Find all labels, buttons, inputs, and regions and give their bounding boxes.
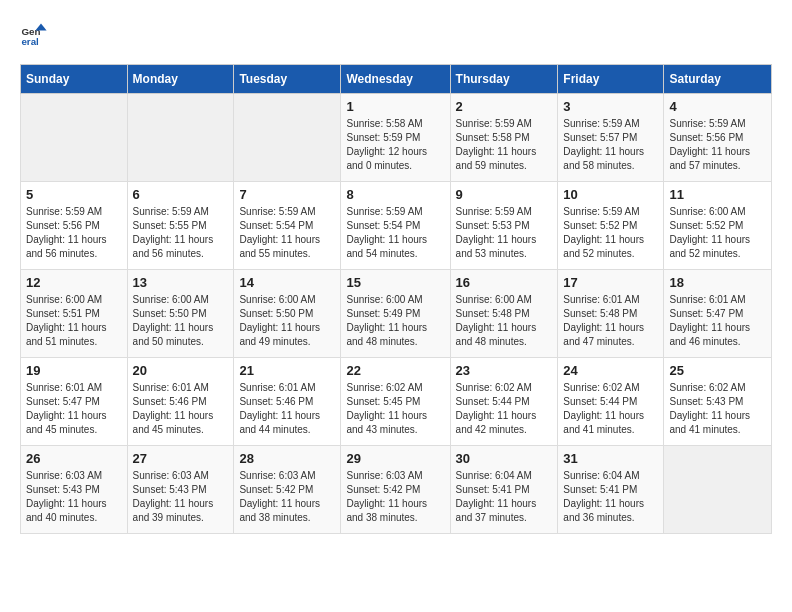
day-number: 19 [26,363,122,378]
day-info: Sunrise: 6:02 AM Sunset: 5:44 PM Dayligh… [563,381,658,437]
weekday-header-tuesday: Tuesday [234,65,341,94]
logo: Gen eral [20,20,52,48]
week-row-3: 12Sunrise: 6:00 AM Sunset: 5:51 PM Dayli… [21,270,772,358]
day-number: 23 [456,363,553,378]
day-info: Sunrise: 5:58 AM Sunset: 5:59 PM Dayligh… [346,117,444,173]
page-header: Gen eral [20,20,772,48]
day-number: 27 [133,451,229,466]
svg-text:eral: eral [21,36,39,47]
day-number: 12 [26,275,122,290]
day-number: 9 [456,187,553,202]
day-info: Sunrise: 6:02 AM Sunset: 5:44 PM Dayligh… [456,381,553,437]
day-number: 3 [563,99,658,114]
day-number: 20 [133,363,229,378]
day-cell: 20Sunrise: 6:01 AM Sunset: 5:46 PM Dayli… [127,358,234,446]
day-number: 7 [239,187,335,202]
day-cell [664,446,772,534]
day-info: Sunrise: 6:01 AM Sunset: 5:46 PM Dayligh… [239,381,335,437]
day-number: 21 [239,363,335,378]
day-cell: 25Sunrise: 6:02 AM Sunset: 5:43 PM Dayli… [664,358,772,446]
day-info: Sunrise: 6:00 AM Sunset: 5:50 PM Dayligh… [133,293,229,349]
day-number: 25 [669,363,766,378]
day-number: 4 [669,99,766,114]
day-cell [234,94,341,182]
day-number: 26 [26,451,122,466]
day-number: 5 [26,187,122,202]
day-cell: 27Sunrise: 6:03 AM Sunset: 5:43 PM Dayli… [127,446,234,534]
weekday-header-monday: Monday [127,65,234,94]
day-number: 17 [563,275,658,290]
day-info: Sunrise: 5:59 AM Sunset: 5:53 PM Dayligh… [456,205,553,261]
day-info: Sunrise: 6:01 AM Sunset: 5:48 PM Dayligh… [563,293,658,349]
day-info: Sunrise: 6:01 AM Sunset: 5:46 PM Dayligh… [133,381,229,437]
day-cell: 14Sunrise: 6:00 AM Sunset: 5:50 PM Dayli… [234,270,341,358]
day-info: Sunrise: 6:02 AM Sunset: 5:43 PM Dayligh… [669,381,766,437]
day-cell: 8Sunrise: 5:59 AM Sunset: 5:54 PM Daylig… [341,182,450,270]
day-info: Sunrise: 5:59 AM Sunset: 5:56 PM Dayligh… [669,117,766,173]
day-number: 31 [563,451,658,466]
day-info: Sunrise: 6:00 AM Sunset: 5:50 PM Dayligh… [239,293,335,349]
day-cell: 12Sunrise: 6:00 AM Sunset: 5:51 PM Dayli… [21,270,128,358]
day-info: Sunrise: 5:59 AM Sunset: 5:55 PM Dayligh… [133,205,229,261]
day-cell: 22Sunrise: 6:02 AM Sunset: 5:45 PM Dayli… [341,358,450,446]
day-number: 1 [346,99,444,114]
day-number: 15 [346,275,444,290]
day-cell: 15Sunrise: 6:00 AM Sunset: 5:49 PM Dayli… [341,270,450,358]
weekday-header-saturday: Saturday [664,65,772,94]
day-cell [21,94,128,182]
day-info: Sunrise: 5:59 AM Sunset: 5:58 PM Dayligh… [456,117,553,173]
day-info: Sunrise: 6:00 AM Sunset: 5:48 PM Dayligh… [456,293,553,349]
weekday-header-row: SundayMondayTuesdayWednesdayThursdayFrid… [21,65,772,94]
day-info: Sunrise: 6:04 AM Sunset: 5:41 PM Dayligh… [563,469,658,525]
day-cell: 2Sunrise: 5:59 AM Sunset: 5:58 PM Daylig… [450,94,558,182]
day-cell: 26Sunrise: 6:03 AM Sunset: 5:43 PM Dayli… [21,446,128,534]
day-cell: 29Sunrise: 6:03 AM Sunset: 5:42 PM Dayli… [341,446,450,534]
day-cell: 28Sunrise: 6:03 AM Sunset: 5:42 PM Dayli… [234,446,341,534]
day-cell: 17Sunrise: 6:01 AM Sunset: 5:48 PM Dayli… [558,270,664,358]
week-row-4: 19Sunrise: 6:01 AM Sunset: 5:47 PM Dayli… [21,358,772,446]
day-cell: 31Sunrise: 6:04 AM Sunset: 5:41 PM Dayli… [558,446,664,534]
day-number: 16 [456,275,553,290]
day-cell: 11Sunrise: 6:00 AM Sunset: 5:52 PM Dayli… [664,182,772,270]
day-cell: 4Sunrise: 5:59 AM Sunset: 5:56 PM Daylig… [664,94,772,182]
day-cell: 3Sunrise: 5:59 AM Sunset: 5:57 PM Daylig… [558,94,664,182]
calendar-table: SundayMondayTuesdayWednesdayThursdayFrid… [20,64,772,534]
day-cell: 24Sunrise: 6:02 AM Sunset: 5:44 PM Dayli… [558,358,664,446]
day-info: Sunrise: 5:59 AM Sunset: 5:56 PM Dayligh… [26,205,122,261]
day-cell: 13Sunrise: 6:00 AM Sunset: 5:50 PM Dayli… [127,270,234,358]
day-cell: 18Sunrise: 6:01 AM Sunset: 5:47 PM Dayli… [664,270,772,358]
day-cell: 5Sunrise: 5:59 AM Sunset: 5:56 PM Daylig… [21,182,128,270]
day-info: Sunrise: 6:02 AM Sunset: 5:45 PM Dayligh… [346,381,444,437]
day-info: Sunrise: 6:00 AM Sunset: 5:49 PM Dayligh… [346,293,444,349]
day-cell: 9Sunrise: 5:59 AM Sunset: 5:53 PM Daylig… [450,182,558,270]
weekday-header-wednesday: Wednesday [341,65,450,94]
day-number: 6 [133,187,229,202]
day-info: Sunrise: 5:59 AM Sunset: 5:52 PM Dayligh… [563,205,658,261]
day-number: 28 [239,451,335,466]
calendar-body: 1Sunrise: 5:58 AM Sunset: 5:59 PM Daylig… [21,94,772,534]
day-number: 30 [456,451,553,466]
day-number: 24 [563,363,658,378]
day-cell: 16Sunrise: 6:00 AM Sunset: 5:48 PM Dayli… [450,270,558,358]
day-info: Sunrise: 6:00 AM Sunset: 5:51 PM Dayligh… [26,293,122,349]
day-number: 10 [563,187,658,202]
day-number: 18 [669,275,766,290]
day-cell [127,94,234,182]
day-cell: 23Sunrise: 6:02 AM Sunset: 5:44 PM Dayli… [450,358,558,446]
day-number: 29 [346,451,444,466]
day-number: 22 [346,363,444,378]
day-number: 11 [669,187,766,202]
weekday-header-thursday: Thursday [450,65,558,94]
day-cell: 30Sunrise: 6:04 AM Sunset: 5:41 PM Dayli… [450,446,558,534]
day-info: Sunrise: 5:59 AM Sunset: 5:54 PM Dayligh… [346,205,444,261]
day-info: Sunrise: 5:59 AM Sunset: 5:57 PM Dayligh… [563,117,658,173]
day-number: 8 [346,187,444,202]
day-cell: 1Sunrise: 5:58 AM Sunset: 5:59 PM Daylig… [341,94,450,182]
week-row-2: 5Sunrise: 5:59 AM Sunset: 5:56 PM Daylig… [21,182,772,270]
day-cell: 7Sunrise: 5:59 AM Sunset: 5:54 PM Daylig… [234,182,341,270]
day-info: Sunrise: 6:03 AM Sunset: 5:43 PM Dayligh… [26,469,122,525]
day-info: Sunrise: 6:04 AM Sunset: 5:41 PM Dayligh… [456,469,553,525]
week-row-1: 1Sunrise: 5:58 AM Sunset: 5:59 PM Daylig… [21,94,772,182]
day-info: Sunrise: 6:01 AM Sunset: 5:47 PM Dayligh… [26,381,122,437]
weekday-header-friday: Friday [558,65,664,94]
